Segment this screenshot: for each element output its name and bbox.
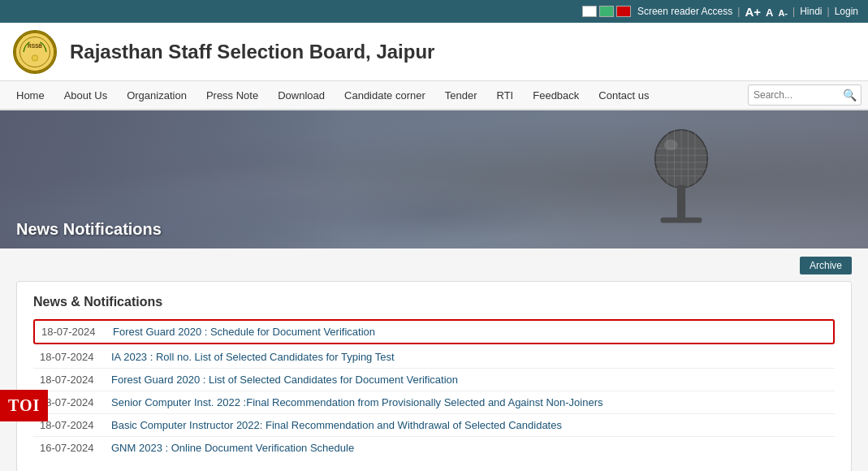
top-bar-links: Screen reader Access | A+ A A- | Hindi |… <box>637 5 858 19</box>
notification-date: 18-07-2024 <box>41 326 106 338</box>
nav-home[interactable]: Home <box>6 80 54 110</box>
hero-microphone <box>592 110 771 248</box>
nav-rti[interactable]: RTI <box>487 80 524 110</box>
search-icon[interactable]: 🔍 <box>843 89 857 102</box>
notification-date: 18-07-2024 <box>40 419 105 431</box>
notification-item[interactable]: 16-07-2024 GNM 2023 : Online Document Ve… <box>33 437 835 459</box>
content-area: Archive News & Notifications 18-07-2024 … <box>0 248 868 471</box>
archive-button[interactable]: Archive <box>800 257 852 274</box>
notification-text: Senior Computer Inst. 2022 :Final Recomm… <box>111 396 603 408</box>
top-bar: Screen reader Access | A+ A A- | Hindi |… <box>0 0 868 23</box>
nav-contact-us[interactable]: Contact us <box>589 80 659 110</box>
notification-text: IA 2023 : Roll no. List of Selected Cand… <box>111 351 395 363</box>
nav-press-note[interactable]: Press Note <box>196 80 268 110</box>
notification-item[interactable]: 18-07-2024 Forest Guard 2020 : List of S… <box>33 369 835 391</box>
notification-item[interactable]: 18-07-2024 Basic Computer Instructor 202… <box>33 414 835 437</box>
header: RSSB Rajasthan Staff Selection Board, Ja… <box>0 23 868 81</box>
svg-rect-16 <box>661 218 702 223</box>
notification-date: 18-07-2024 <box>40 396 105 408</box>
svg-text:RSSB: RSSB <box>28 43 42 49</box>
notification-text: Basic Computer Instructor 2022: Final Re… <box>111 419 562 431</box>
nav-download[interactable]: Download <box>268 80 335 110</box>
archive-btn-row: Archive <box>16 257 852 274</box>
nav-tender[interactable]: Tender <box>435 80 487 110</box>
login-link[interactable]: Login <box>835 6 858 17</box>
svg-point-3 <box>32 54 37 60</box>
notification-text: Forest Guard 2020 : Schedule for Documen… <box>113 326 375 338</box>
svg-point-0 <box>15 32 54 71</box>
site-title: Rajasthan Staff Selection Board, Jaipur <box>70 41 434 63</box>
toi-badge: TOI <box>0 390 48 421</box>
logo: RSSB <box>13 30 57 74</box>
nav-about-us[interactable]: About Us <box>54 80 117 110</box>
notification-text: GNM 2023 : Online Document Verification … <box>111 442 354 454</box>
notification-date: 16-07-2024 <box>40 442 105 454</box>
hero-title: News Notifications <box>0 210 178 248</box>
hero-banner: News Notifications <box>0 110 868 248</box>
nav-items: Home About Us Organization Press Note Do… <box>6 80 748 110</box>
nav-organization[interactable]: Organization <box>117 80 196 110</box>
nav-bar: Home About Us Organization Press Note Do… <box>0 81 868 110</box>
notifications-title: News & Notifications <box>33 295 835 309</box>
color-box-red[interactable] <box>616 6 631 17</box>
nav-search-box[interactable]: 🔍 <box>748 84 862 106</box>
svg-point-17 <box>664 140 678 151</box>
notification-item[interactable]: 18-07-2024 Forest Guard 2020 : Schedule … <box>33 319 835 344</box>
font-size-controls: A+ A A- <box>745 5 788 19</box>
color-box-white[interactable] <box>582 6 597 17</box>
notification-item[interactable]: 18-07-2024 IA 2023 : Roll no. List of Se… <box>33 346 835 369</box>
search-input[interactable] <box>754 89 843 101</box>
notification-item[interactable]: 18-07-2024 Senior Computer Inst. 2022 :F… <box>33 391 835 414</box>
font-small-btn[interactable]: A- <box>778 8 788 18</box>
notification-date: 18-07-2024 <box>40 351 105 363</box>
notification-date: 18-07-2024 <box>40 374 105 386</box>
notifications-box: News & Notifications 18-07-2024 Forest G… <box>16 281 852 471</box>
screen-reader-link[interactable]: Screen reader Access <box>637 6 732 17</box>
svg-rect-15 <box>677 185 685 219</box>
nav-candidate-corner[interactable]: Candidate corner <box>335 80 435 110</box>
notification-text: Forest Guard 2020 : List of Selected Can… <box>111 374 458 386</box>
nav-feedback[interactable]: Feedback <box>523 80 589 110</box>
hindi-link[interactable]: Hindi <box>800 6 822 17</box>
color-boxes <box>582 6 631 17</box>
color-box-green[interactable] <box>599 6 614 17</box>
font-medium-btn[interactable]: A <box>766 6 773 19</box>
font-large-btn[interactable]: A+ <box>745 5 761 19</box>
